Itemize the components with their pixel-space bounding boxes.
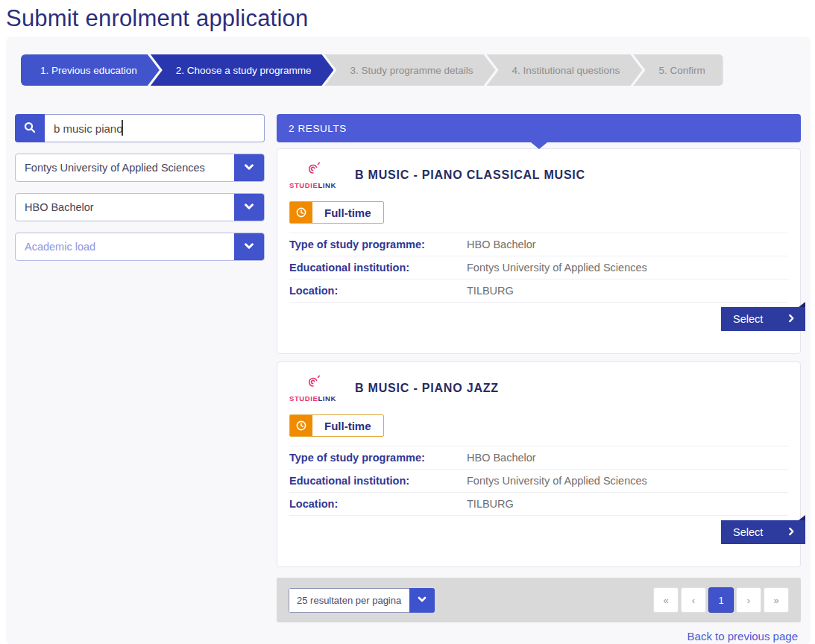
results-column: 2 RESULTS STUDIELINK [277,114,801,643]
previous-page-button[interactable]: ‹ [681,587,706,613]
detail-label: Educational institution: [289,262,467,274]
studielink-logo: STUDIELINK [289,374,336,402]
filter-sidebar: Fontys University of Applied Sciences HB… [15,114,265,643]
fulltime-badge: Full-time [289,414,384,437]
institution-select-value: Fontys University of Applied Sciences [16,154,234,181]
text-caret [122,120,123,136]
fulltime-badge-label: Full-time [312,415,383,436]
pager: « ‹ 1 › » [653,587,789,613]
detail-row: Educational institution: Fontys Universi… [289,256,788,279]
chevron-down-icon [242,160,256,176]
detail-row: Type of study programme: HBO Bachelor [289,233,788,256]
academic-load-select[interactable]: Academic load [15,233,265,261]
wizard-step-confirm: 5. Confirm [633,54,723,86]
result-card: STUDIELINK B MUSIC - PIANO CLASSICAL MUS… [277,148,801,354]
wizard-step-institutional-questions: 4. Institutional questions [487,54,643,86]
wizard-step-choose-programme[interactable]: 2. Choose a study programme [151,54,334,86]
main-panel: 1. Previous education 2. Choose a study … [6,37,811,644]
detail-value: HBO Bachelor [467,239,536,250]
detail-value: Fontys University of Applied Sciences [467,262,647,274]
search-input[interactable] [45,114,265,142]
detail-row: Educational institution: Fontys Universi… [289,469,788,492]
results-count-bar: 2 RESULTS [277,114,801,142]
fulltime-badge: Full-time [289,201,384,224]
fulltime-badge-label: Full-time [312,202,383,223]
chevron-down-icon [242,200,256,215]
programme-type-select[interactable]: HBO Bachelor [15,193,265,221]
next-page-button[interactable]: › [736,587,761,613]
programme-title: B MUSIC - PIANO CLASSICAL MUSIC [355,168,585,182]
clock-icon [290,202,312,223]
detail-value: TILBURG [467,498,514,510]
wizard-step-programme-details: 3. Study programme details [324,54,495,86]
detail-label: Type of study programme: [289,239,467,250]
programme-type-select-value: HBO Bachelor [16,194,234,221]
detail-row: Type of study programme: HBO Bachelor [289,446,788,469]
detail-value: Fontys University of Applied Sciences [467,475,647,487]
academic-load-select-placeholder: Academic load [16,233,234,260]
detail-value: TILBURG [467,285,514,297]
studielink-swirl-icon [303,167,322,180]
pagination-bar: 25 resultaten per pagina « ‹ 1 › » [277,578,801,622]
detail-label: Location: [289,285,467,297]
select-button[interactable]: Select [721,307,805,331]
results-per-page-value: 25 resultaten per pagina [289,588,409,613]
results-per-page-button[interactable] [409,588,435,613]
result-card: STUDIELINK B MUSIC - PIANO JAZZ Full-tim… [277,362,801,567]
select-button-label: Select [733,526,763,538]
chevron-right-icon [786,526,796,539]
programme-title: B MUSIC - PIANO JAZZ [355,382,499,395]
select-button-label: Select [733,313,763,325]
page-1-button[interactable]: 1 [708,587,734,613]
detail-label: Location: [289,498,467,510]
studielink-wordmark: STUDIELINK [289,394,336,402]
programme-details: Type of study programme: HBO Bachelor Ed… [289,446,788,516]
search-button[interactable] [15,114,45,142]
programme-type-select-button[interactable] [234,194,264,221]
studielink-swirl-icon [303,380,322,393]
wizard-step-previous-education[interactable]: 1. Previous education [21,54,160,86]
institution-select[interactable]: Fontys University of Applied Sciences [15,154,265,182]
first-page-button[interactable]: « [653,587,679,613]
programme-details: Type of study programme: HBO Bachelor Ed… [289,233,788,303]
results-per-page-select[interactable]: 25 resultaten per pagina [289,588,435,613]
search-icon [23,121,37,136]
select-button[interactable]: Select [721,520,805,544]
wizard-steps: 1. Previous education 2. Choose a study … [21,54,801,86]
last-page-button[interactable]: » [764,587,789,613]
detail-row: Location: TILBURG [289,279,788,303]
detail-label: Educational institution: [289,475,467,487]
page-title: Submit enrolment application [0,0,815,37]
clock-icon [290,415,312,436]
studielink-logo: STUDIELINK [289,161,336,189]
academic-load-select-button[interactable] [234,233,264,260]
chevron-right-icon [786,313,796,326]
results-count-label: 2 RESULTS [289,123,347,134]
chevron-down-icon [242,239,256,255]
studielink-wordmark: STUDIELINK [289,181,336,189]
detail-row: Location: TILBURG [289,492,788,516]
footer-row: Back to previous page [277,622,801,643]
search-row [15,114,265,142]
institution-select-button[interactable] [234,154,264,181]
chevron-down-icon [416,593,428,607]
detail-label: Type of study programme: [289,452,467,464]
back-to-previous-page-link[interactable]: Back to previous page [687,630,798,643]
detail-value: HBO Bachelor [467,452,536,464]
